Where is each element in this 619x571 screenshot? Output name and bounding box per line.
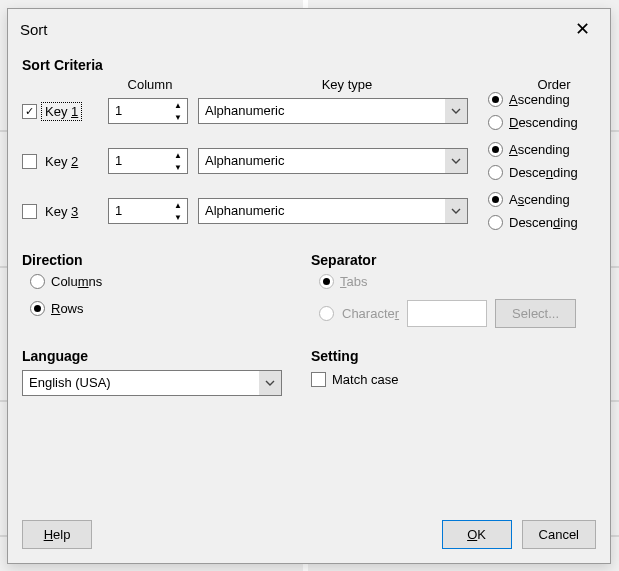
column-header: Column xyxy=(108,77,202,92)
key2-label[interactable]: Key 2 xyxy=(41,152,82,171)
key3-descending[interactable]: Descending xyxy=(488,215,596,230)
spinner-up-icon[interactable]: ▲ xyxy=(169,149,187,161)
sort-dialog: Sort ✕ Sort Criteria Column Key type Ord… xyxy=(7,8,611,564)
chevron-down-icon[interactable] xyxy=(445,99,467,123)
match-case-checkbox[interactable] xyxy=(311,372,326,387)
spinner-up-icon[interactable]: ▲ xyxy=(169,199,187,211)
criteria-row-3: Key 3 1 ▲ ▼ Alphanumeric Ascending xyxy=(22,198,596,224)
key2-ascending[interactable]: Ascending xyxy=(488,142,596,157)
direction-columns[interactable]: Columns xyxy=(30,274,307,289)
key3-column-value[interactable]: 1 xyxy=(109,199,169,223)
ok-button[interactable]: OK xyxy=(442,520,512,549)
separator-character-row: Character Select... xyxy=(319,299,596,328)
dialog-footer: Help OK Cancel xyxy=(8,520,610,563)
key2-column-spinner[interactable]: 1 ▲ ▼ xyxy=(108,148,188,174)
match-case-label: Match case xyxy=(332,372,398,387)
key1-column-spinner[interactable]: 1 ▲ ▼ xyxy=(108,98,188,124)
radio-icon xyxy=(488,165,503,180)
spinner-down-icon[interactable]: ▼ xyxy=(169,161,187,173)
criteria-row-1: Key 1 1 ▲ ▼ Alphanumeric Ascending xyxy=(22,98,596,124)
window-title: Sort xyxy=(20,21,48,38)
key3-label[interactable]: Key 3 xyxy=(41,202,82,221)
key1-checkbox[interactable] xyxy=(22,104,37,119)
key3-keytype-value: Alphanumeric xyxy=(199,199,445,223)
chevron-down-icon[interactable] xyxy=(445,199,467,223)
order-header: Order xyxy=(472,77,596,92)
sort-criteria-heading: Sort Criteria xyxy=(22,57,596,73)
language-combo[interactable]: English (USA) xyxy=(22,370,282,396)
criteria-headers: Column Key type Order xyxy=(22,77,596,92)
radio-icon xyxy=(30,301,45,316)
key1-keytype-combo[interactable]: Alphanumeric xyxy=(198,98,468,124)
keytype-header: Key type xyxy=(202,77,472,92)
key2-keytype-combo[interactable]: Alphanumeric xyxy=(198,148,468,174)
chevron-down-icon[interactable] xyxy=(445,149,467,173)
separator-character-label: Character xyxy=(342,306,399,321)
chevron-down-icon[interactable] xyxy=(259,371,281,395)
radio-icon xyxy=(488,92,503,107)
key1-label[interactable]: Key 1 xyxy=(41,102,82,121)
key2-column-value[interactable]: 1 xyxy=(109,149,169,173)
key1-column-value[interactable]: 1 xyxy=(109,99,169,123)
key2-keytype-value: Alphanumeric xyxy=(199,149,445,173)
key2-checkbox[interactable] xyxy=(22,154,37,169)
key2-descending[interactable]: Descending xyxy=(488,165,596,180)
radio-icon xyxy=(488,115,503,130)
radio-icon xyxy=(319,306,334,321)
close-icon[interactable]: ✕ xyxy=(564,18,600,40)
titlebar: Sort ✕ xyxy=(8,9,610,49)
spinner-up-icon[interactable]: ▲ xyxy=(169,99,187,111)
criteria-row-2: Key 2 1 ▲ ▼ Alphanumeric Ascending xyxy=(22,148,596,174)
key3-keytype-combo[interactable]: Alphanumeric xyxy=(198,198,468,224)
key1-keytype-value: Alphanumeric xyxy=(199,99,445,123)
key1-descending[interactable]: Descending xyxy=(488,115,596,130)
key3-column-spinner[interactable]: 1 ▲ ▼ xyxy=(108,198,188,224)
key3-checkbox[interactable] xyxy=(22,204,37,219)
dialog-body: Sort Criteria Column Key type Order Key … xyxy=(8,49,610,520)
radio-icon xyxy=(488,142,503,157)
direction-rows[interactable]: Rows xyxy=(30,301,307,316)
help-button[interactable]: Help xyxy=(22,520,92,549)
radio-icon xyxy=(488,215,503,230)
separator-tabs: Tabs xyxy=(319,274,596,289)
separator-character-input xyxy=(407,300,487,327)
radio-icon xyxy=(30,274,45,289)
language-value: English (USA) xyxy=(23,371,259,395)
key1-ascending[interactable]: Ascending xyxy=(488,92,596,107)
setting-heading: Setting xyxy=(311,348,596,364)
radio-icon xyxy=(488,192,503,207)
match-case-row[interactable]: Match case xyxy=(311,372,596,387)
spinner-down-icon[interactable]: ▼ xyxy=(169,211,187,223)
spinner-down-icon[interactable]: ▼ xyxy=(169,111,187,123)
cancel-button[interactable]: Cancel xyxy=(522,520,596,549)
direction-heading: Direction xyxy=(22,252,307,268)
select-button: Select... xyxy=(495,299,576,328)
separator-heading: Separator xyxy=(311,252,596,268)
radio-icon xyxy=(319,274,334,289)
language-heading: Language xyxy=(22,348,307,364)
key3-ascending[interactable]: Ascending xyxy=(488,192,596,207)
